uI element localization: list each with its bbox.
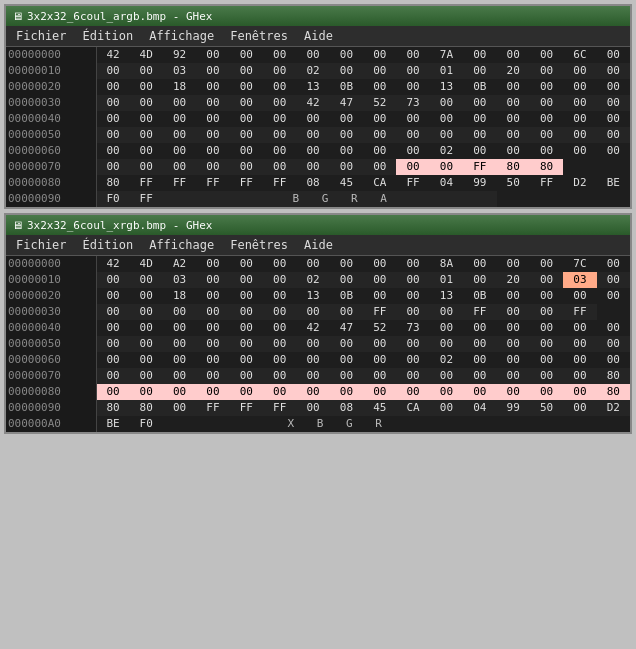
hex-cell: 00 [130, 336, 163, 352]
hex-cell: 00 [430, 368, 463, 384]
menu2-edition[interactable]: Édition [75, 236, 142, 254]
hex-cell: 13 [296, 79, 329, 95]
menu1-fichier[interactable]: Fichier [8, 27, 75, 45]
hex-cell: 00 [263, 336, 296, 352]
menu1-edition[interactable]: Édition [75, 27, 142, 45]
hex-cell: 00 [230, 63, 263, 79]
hex-cell: 00 [497, 256, 530, 272]
hex-cell: 00 [530, 352, 563, 368]
hex-cell: 45 [363, 400, 396, 416]
hex-cell: 01 [430, 63, 463, 79]
hex-cell: FF [530, 175, 563, 191]
window2-menubar: Fichier Édition Affichage Fenêtres Aide [6, 235, 630, 256]
hex-cell: 20 [497, 63, 530, 79]
hex-cell: 00 [330, 127, 363, 143]
hex-cell: 00 [96, 304, 129, 320]
hex-address: 00000000 [6, 256, 96, 272]
hex-cell: 00 [230, 352, 263, 368]
table-row: 0000005000000000000000000000000000000000 [6, 127, 630, 143]
hex-cell: 00 [396, 336, 429, 352]
hex-cell: CA [363, 175, 396, 191]
hex-cell: 00 [497, 111, 530, 127]
hex-cell: 00 [130, 320, 163, 336]
hex-cell: 00 [96, 111, 129, 127]
menu1-affichage[interactable]: Affichage [141, 27, 222, 45]
hex-cell: 00 [96, 368, 129, 384]
hex-cell: 00 [497, 79, 530, 95]
hex-cell: 7A [430, 47, 463, 63]
hex-cell: 00 [230, 79, 263, 95]
hex-cell: 00 [463, 63, 496, 79]
hex-cell: 00 [263, 143, 296, 159]
hex-cell: 6C [563, 47, 596, 63]
menu1-fenetres[interactable]: Fenêtres [222, 27, 296, 45]
hex-cell: 04 [463, 400, 496, 416]
hex-cell: 00 [230, 336, 263, 352]
hex-cell: 00 [497, 143, 530, 159]
hex-address: 000000A0 [6, 416, 96, 432]
hex-cell: 00 [463, 256, 496, 272]
hex-cell: 00 [130, 79, 163, 95]
hex-cell: 00 [396, 272, 429, 288]
hex-cell: 00 [563, 79, 596, 95]
hex-address: 00000010 [6, 272, 96, 288]
hex-cell: 00 [230, 47, 263, 63]
menu2-affichage[interactable]: Affichage [141, 236, 222, 254]
hex-cell: 00 [96, 79, 129, 95]
hex-cell: 00 [530, 288, 563, 304]
hex-cell: 00 [530, 63, 563, 79]
hex-cell: 00 [430, 95, 463, 111]
hex-cell: 00 [530, 336, 563, 352]
menu2-aide[interactable]: Aide [296, 236, 341, 254]
hex-cell: 52 [363, 320, 396, 336]
hex-cell: 00 [230, 159, 263, 175]
hex-cell: 13 [430, 288, 463, 304]
hex-cell: 00 [396, 127, 429, 143]
hex-cell: 0B [330, 288, 363, 304]
menu2-fichier[interactable]: Fichier [8, 236, 75, 254]
hex-cell: 00 [597, 111, 630, 127]
hex-cell: 00 [130, 304, 163, 320]
hex-cell: 00 [530, 111, 563, 127]
menu1-aide[interactable]: Aide [296, 27, 341, 45]
hex-cell: 00 [296, 256, 329, 272]
hex-cell: 00 [96, 384, 129, 400]
hex-cell: 00 [530, 127, 563, 143]
hex-cell: 00 [163, 143, 196, 159]
hex-cell: FF [230, 400, 263, 416]
hex-cell: 00 [363, 352, 396, 368]
hex-cell: 00 [296, 304, 329, 320]
window2-hex-view: 00000000424DA2000000000000008A0000007C00… [6, 256, 630, 432]
hex-cell: 00 [163, 320, 196, 336]
channel-labels: B G R A [163, 191, 497, 207]
hex-cell: 00 [196, 159, 229, 175]
hex-cell: 00 [163, 352, 196, 368]
hex-cell: 00 [563, 368, 596, 384]
hex-cell: 08 [296, 175, 329, 191]
hex-cell: 00 [597, 336, 630, 352]
hex-address: 00000030 [6, 304, 96, 320]
menu2-fenetres[interactable]: Fenêtres [222, 236, 296, 254]
hex-cell: 00 [396, 256, 429, 272]
table-row: 0000007000000000000000000000000000000080 [6, 368, 630, 384]
hex-cell: 02 [296, 63, 329, 79]
hex-cell: 00 [263, 320, 296, 336]
hex-cell: FF [163, 175, 196, 191]
hex-cell: 42 [296, 320, 329, 336]
hex-cell: 00 [597, 79, 630, 95]
hex-cell: 00 [196, 352, 229, 368]
hex-cell: 00 [196, 143, 229, 159]
hex-cell: 00 [463, 272, 496, 288]
hex-cell: 00 [196, 336, 229, 352]
hex-cell: FF [563, 304, 596, 320]
hex-cell: 00 [497, 368, 530, 384]
hex-cell: 00 [497, 288, 530, 304]
hex-cell: 80 [130, 400, 163, 416]
hex-cell: 80 [530, 159, 563, 175]
hex-cell: 00 [330, 272, 363, 288]
window1-hex-table: 00000000424D92000000000000007A0000006C00… [6, 47, 630, 207]
table-row: 00000020000018000000130B0000130B00000000 [6, 79, 630, 95]
hex-cell: BE [96, 416, 129, 432]
hex-address: 00000060 [6, 352, 96, 368]
hex-cell: 47 [330, 95, 363, 111]
